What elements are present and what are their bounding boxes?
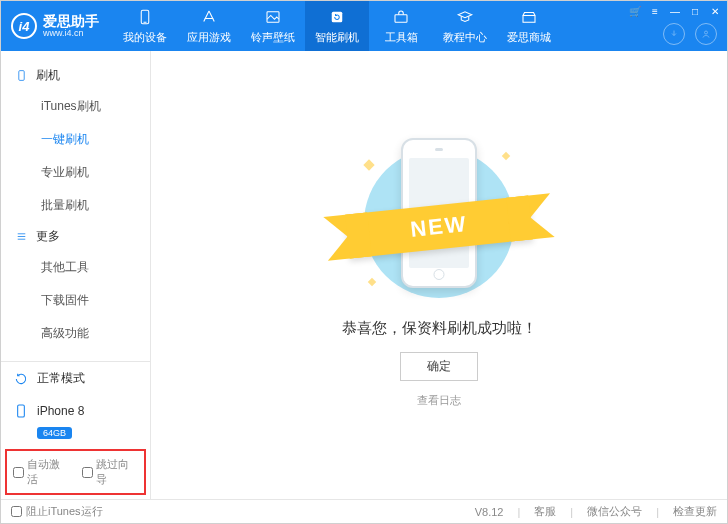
toolbox-icon <box>392 8 410 26</box>
store-icon <box>520 8 538 26</box>
brand-site: www.i4.cn <box>43 29 99 38</box>
view-log-link[interactable]: 查看日志 <box>417 393 461 408</box>
sidebar-item-download-firmware[interactable]: 下载固件 <box>1 284 150 317</box>
title-right-buttons <box>663 23 717 45</box>
sidebar-group-more[interactable]: 更多 <box>1 222 150 251</box>
success-message: 恭喜您，保资料刷机成功啦！ <box>342 319 537 338</box>
tab-device[interactable]: 我的设备 <box>113 1 177 51</box>
nav-tabs: 我的设备 应用游戏 铃声壁纸 智能刷机 工具箱 教程中心 <box>113 1 561 51</box>
update-link[interactable]: 检查更新 <box>673 504 717 519</box>
appstore-icon <box>200 8 218 26</box>
svg-rect-3 <box>332 11 343 22</box>
graduation-icon <box>456 8 474 26</box>
download-button[interactable] <box>663 23 685 45</box>
tab-ringtone[interactable]: 铃声壁纸 <box>241 1 305 51</box>
refresh-icon <box>13 371 29 387</box>
sidebar-group-label: 更多 <box>36 228 60 245</box>
tab-store[interactable]: 爱思商城 <box>497 1 561 51</box>
tab-label: 智能刷机 <box>315 30 359 45</box>
body: 刷机 iTunes刷机 一键刷机 专业刷机 批量刷机 更多 其他工具 下载固件 … <box>1 51 727 499</box>
svg-rect-4 <box>395 14 407 22</box>
svg-rect-7 <box>19 71 24 81</box>
phone-icon <box>13 403 29 419</box>
sidebar-item-oneclick-flash[interactable]: 一键刷机 <box>1 123 150 156</box>
tab-tutorial[interactable]: 教程中心 <box>433 1 497 51</box>
content: NEW 恭喜您，保资料刷机成功啦！ 确定 查看日志 <box>151 51 727 499</box>
window-controls: 🛒 ≡ — □ ✕ <box>629 5 721 17</box>
sidebar-item-other-tools[interactable]: 其他工具 <box>1 251 150 284</box>
support-link[interactable]: 客服 <box>534 504 556 519</box>
version-label: V8.12 <box>475 506 504 518</box>
brand-name: 爱思助手 <box>43 14 99 29</box>
storage-badge: 64GB <box>37 427 72 439</box>
mode-label: 正常模式 <box>37 370 85 387</box>
sidebar-item-pro-flash[interactable]: 专业刷机 <box>1 156 150 189</box>
list-icon <box>15 230 28 243</box>
close-button[interactable]: ✕ <box>709 5 721 17</box>
tab-label: 工具箱 <box>385 30 418 45</box>
success-illustration: NEW <box>339 133 539 303</box>
user-button[interactable] <box>695 23 717 45</box>
statusbar: 阻止iTunes运行 V8.12 | 客服 | 微信公众号 | 检查更新 <box>1 499 727 523</box>
menu-icon[interactable]: ≡ <box>649 5 661 17</box>
sidebar-item-itunes-flash[interactable]: iTunes刷机 <box>1 90 150 123</box>
tab-label: 教程中心 <box>443 30 487 45</box>
block-itunes-checkbox[interactable]: 阻止iTunes运行 <box>11 504 103 519</box>
tab-label: 我的设备 <box>123 30 167 45</box>
tab-toolbox[interactable]: 工具箱 <box>369 1 433 51</box>
tab-flash[interactable]: 智能刷机 <box>305 1 369 51</box>
auto-activate-checkbox[interactable]: 自动激活 <box>13 457 70 487</box>
svg-rect-11 <box>18 405 25 417</box>
svg-rect-5 <box>523 15 535 22</box>
refresh-icon <box>328 8 346 26</box>
sidebar-group-flash[interactable]: 刷机 <box>1 61 150 90</box>
flash-options-highlight: 自动激活 跳过向导 <box>5 449 146 495</box>
tab-label: 爱思商城 <box>507 30 551 45</box>
device-selector[interactable]: iPhone 8 64GB <box>1 395 150 447</box>
cart-icon[interactable]: 🛒 <box>629 5 641 17</box>
svg-point-6 <box>705 31 708 34</box>
wechat-link[interactable]: 微信公众号 <box>587 504 642 519</box>
skip-guide-checkbox[interactable]: 跳过向导 <box>82 457 139 487</box>
app-window: i4 爱思助手 www.i4.cn 我的设备 应用游戏 铃声壁纸 智能刷机 <box>0 0 728 524</box>
mode-selector[interactable]: 正常模式 <box>1 362 150 395</box>
tab-label: 铃声壁纸 <box>251 30 295 45</box>
sidebar-group-label: 刷机 <box>36 67 60 84</box>
ok-button[interactable]: 确定 <box>400 352 478 381</box>
maximize-button[interactable]: □ <box>689 5 701 17</box>
device-name: iPhone 8 <box>37 404 84 418</box>
sidebar-item-batch-flash[interactable]: 批量刷机 <box>1 189 150 222</box>
logo: i4 爱思助手 www.i4.cn <box>1 13 113 39</box>
phone-icon <box>136 8 154 26</box>
minimize-button[interactable]: — <box>669 5 681 17</box>
tab-label: 应用游戏 <box>187 30 231 45</box>
titlebar: i4 爱思助手 www.i4.cn 我的设备 应用游戏 铃声壁纸 智能刷机 <box>1 1 727 51</box>
logo-icon: i4 <box>11 13 37 39</box>
wallpaper-icon <box>264 8 282 26</box>
sidebar: 刷机 iTunes刷机 一键刷机 专业刷机 批量刷机 更多 其他工具 下载固件 … <box>1 51 151 499</box>
tab-apps[interactable]: 应用游戏 <box>177 1 241 51</box>
phone-icon <box>15 69 28 82</box>
sidebar-item-advanced[interactable]: 高级功能 <box>1 317 150 350</box>
